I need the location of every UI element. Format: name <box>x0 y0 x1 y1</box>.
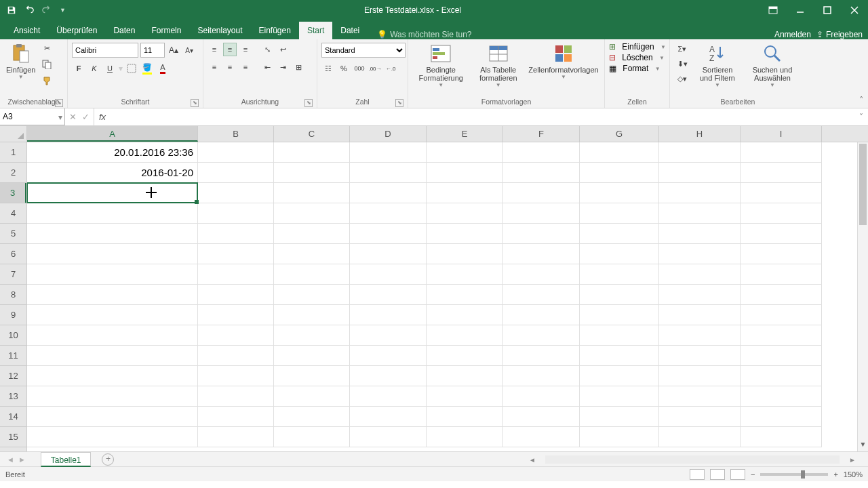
orientation-button[interactable]: ⤡ <box>260 43 274 56</box>
cell-H6[interactable] <box>659 244 741 264</box>
cell-H8[interactable] <box>659 285 741 305</box>
cell-D1[interactable] <box>350 142 427 163</box>
cell-I15[interactable] <box>741 427 822 447</box>
cell-F14[interactable] <box>503 407 580 427</box>
row-header-4[interactable]: 4 <box>0 203 26 224</box>
close-icon[interactable] <box>841 0 868 20</box>
cell-A3[interactable] <box>27 183 198 203</box>
fill-button[interactable]: ⬇▾ <box>674 57 690 70</box>
cell-C14[interactable] <box>274 407 350 427</box>
ribbon-display-icon[interactable] <box>760 0 787 20</box>
tab-ansicht[interactable]: Ansicht <box>5 22 48 39</box>
font-name-combo[interactable] <box>72 43 138 58</box>
cell-A6[interactable] <box>27 244 198 264</box>
cell-F15[interactable] <box>503 427 580 447</box>
row-header-13[interactable]: 13 <box>0 386 26 407</box>
cell-E7[interactable] <box>427 264 503 285</box>
cell-H15[interactable] <box>659 427 741 447</box>
align-center-button[interactable]: ≡ <box>223 60 237 74</box>
cell-B7[interactable] <box>198 264 274 285</box>
col-header-E[interactable]: E <box>427 126 503 142</box>
find-select-button[interactable]: Suchen und Auswählen▼ <box>745 41 800 89</box>
col-header-C[interactable]: C <box>274 126 350 142</box>
tab-nav-next-icon[interactable]: ► <box>18 455 26 464</box>
cell-D13[interactable] <box>350 386 427 407</box>
cell-A7[interactable] <box>27 264 198 285</box>
cell-H2[interactable] <box>659 163 741 183</box>
cell-H1[interactable] <box>659 142 741 163</box>
tab-formeln[interactable]: Formeln <box>143 22 189 39</box>
row-header-7[interactable]: 7 <box>0 264 26 285</box>
row-header-1[interactable]: 1 <box>0 142 26 163</box>
collapse-ribbon-icon[interactable]: ˄ <box>859 95 864 105</box>
cell-D2[interactable] <box>350 163 427 183</box>
cell-C6[interactable] <box>274 244 350 264</box>
scroll-right-icon[interactable]: ► <box>849 456 856 464</box>
accounting-button[interactable]: ☷ <box>321 62 335 75</box>
comma-button[interactable]: 000 <box>353 62 366 75</box>
col-header-B[interactable]: B <box>198 126 274 142</box>
insert-cells-button[interactable]: ⊞ Einfügen ▼ <box>609 42 666 52</box>
signin-link[interactable]: Anmelden <box>774 30 811 39</box>
cell-G11[interactable] <box>580 346 659 366</box>
cell-I4[interactable] <box>741 203 822 224</box>
cell-B14[interactable] <box>198 407 274 427</box>
cell-I11[interactable] <box>741 346 822 366</box>
wrap-text-button[interactable]: ↩ <box>276 43 290 56</box>
cell-G10[interactable] <box>580 325 659 346</box>
save-icon[interactable] <box>7 5 16 15</box>
cell-D4[interactable] <box>350 203 427 224</box>
cell-H14[interactable] <box>659 407 741 427</box>
tab-daten[interactable]: Daten <box>105 22 143 39</box>
cell-B2[interactable] <box>198 163 274 183</box>
cell-F13[interactable] <box>503 386 580 407</box>
format-cells-button[interactable]: ▦ Format ▼ <box>609 64 660 73</box>
align-launcher-icon[interactable]: ⬊ <box>304 99 313 107</box>
tab-einfügen[interactable]: Einfügen <box>251 22 299 39</box>
bold-button[interactable]: F <box>72 62 85 75</box>
row-header-6[interactable]: 6 <box>0 244 26 264</box>
cell-I6[interactable] <box>741 244 822 264</box>
delete-cells-button[interactable]: ⊟ Löschen ▼ <box>609 53 665 62</box>
cell-A4[interactable] <box>27 203 198 224</box>
cell-A10[interactable] <box>27 325 198 346</box>
row-header-9[interactable]: 9 <box>0 305 26 325</box>
increase-decimal-button[interactable]: .00→ <box>368 62 382 75</box>
cell-B15[interactable] <box>198 427 274 447</box>
cell-F8[interactable] <box>503 285 580 305</box>
zoom-slider[interactable] <box>760 473 828 476</box>
col-header-H[interactable]: H <box>659 126 741 142</box>
cell-G1[interactable] <box>580 142 659 163</box>
cell-E5[interactable] <box>427 224 503 244</box>
zoom-level[interactable]: 150% <box>844 470 863 479</box>
cell-I3[interactable] <box>741 183 822 203</box>
cell-C1[interactable] <box>274 142 350 163</box>
cell-H13[interactable] <box>659 386 741 407</box>
cell-B1[interactable] <box>198 142 274 163</box>
cell-D15[interactable] <box>350 427 427 447</box>
copy-button[interactable] <box>40 58 54 71</box>
cell-C2[interactable] <box>274 163 350 183</box>
cell-C15[interactable] <box>274 427 350 447</box>
cell-E3[interactable] <box>427 183 503 203</box>
cell-E4[interactable] <box>427 203 503 224</box>
tell-me-input[interactable]: Was möchten Sie tun? <box>390 30 471 39</box>
row-header-15[interactable]: 15 <box>0 427 26 447</box>
align-left-button[interactable]: ≡ <box>208 60 221 74</box>
cell-E6[interactable] <box>427 244 503 264</box>
cell-C8[interactable] <box>274 285 350 305</box>
col-header-D[interactable]: D <box>350 126 427 142</box>
cell-F3[interactable] <box>503 183 580 203</box>
cell-H7[interactable] <box>659 264 741 285</box>
cell-B6[interactable] <box>198 244 274 264</box>
cell-F12[interactable] <box>503 366 580 386</box>
cell-H4[interactable] <box>659 203 741 224</box>
formula-bar[interactable] <box>111 108 854 125</box>
paste-button[interactable]: Einfügen ▼ <box>4 41 37 81</box>
clipboard-launcher-icon[interactable]: ⬊ <box>55 99 63 107</box>
row-header-12[interactable]: 12 <box>0 366 26 386</box>
number-launcher-icon[interactable]: ⬊ <box>395 99 403 107</box>
row-header-2[interactable]: 2 <box>0 163 26 183</box>
cell-G12[interactable] <box>580 366 659 386</box>
minimize-icon[interactable] <box>787 0 814 20</box>
